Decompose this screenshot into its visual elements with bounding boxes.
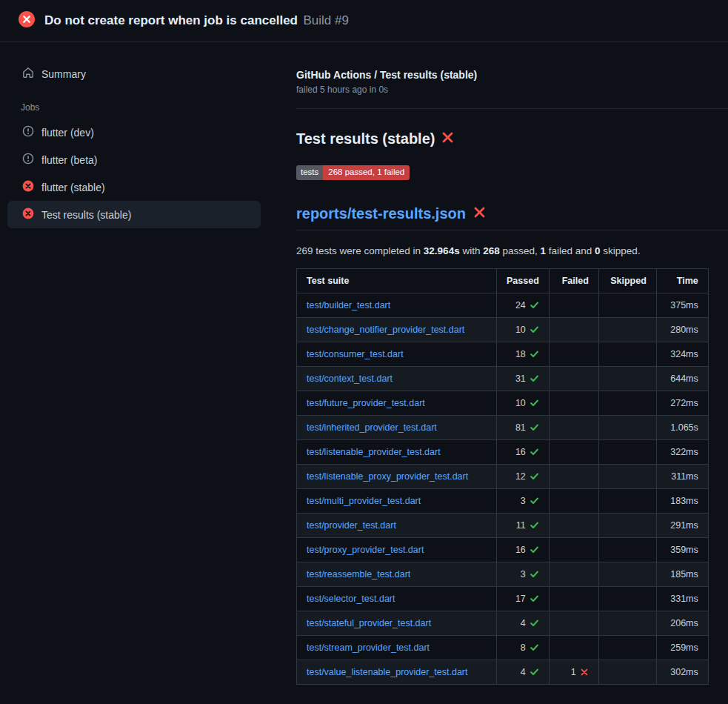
time-cell: 375ms <box>656 293 708 317</box>
failed-cell <box>549 635 598 660</box>
suite-link[interactable]: test/listenable_provider_test.dart <box>307 447 441 457</box>
check-icon <box>530 594 539 603</box>
sidebar-item-flutter-beta[interactable]: flutter (beta) <box>7 146 261 173</box>
check-icon <box>530 642 539 652</box>
suite-link[interactable]: test/inherited_provider_test.dart <box>307 422 437 433</box>
suite-link[interactable]: test/proxy_provider_test.dart <box>307 545 424 555</box>
suite-link[interactable]: test/value_listenable_provider_test.dart <box>307 667 468 677</box>
build-number: Build #9 <box>303 13 348 27</box>
sidebar-item-test-results-stable[interactable]: Test results (stable) <box>7 201 261 228</box>
skipped-cell <box>598 660 656 684</box>
passed-count: 18 <box>515 349 539 359</box>
passed-cell: 31 <box>497 366 550 391</box>
failed-cell <box>549 562 598 586</box>
sidebar-item-label: flutter (dev) <box>41 127 94 139</box>
passed-cell: 3 <box>497 488 550 513</box>
time-cell: 291ms <box>656 513 708 537</box>
failed-cell <box>549 391 598 415</box>
home-icon <box>22 67 34 81</box>
time-cell: 185ms <box>656 562 708 586</box>
results-table-head: Test suite Passed Failed Skipped Time <box>297 268 709 293</box>
skipped-cell <box>598 488 656 513</box>
header-row: Test suite Passed Failed Skipped Time <box>297 268 709 293</box>
table-row: test/proxy_provider_test.dart16359ms <box>297 537 709 562</box>
col-passed: Passed <box>497 268 550 293</box>
check-icon <box>530 569 539 579</box>
suite-cell: test/listenable_proxy_provider_test.dart <box>297 464 497 488</box>
passed-count: 4 <box>521 667 539 677</box>
summary-skipped: 0 <box>595 245 601 256</box>
col-failed: Failed <box>549 268 598 293</box>
sidebar-item-flutter-dev[interactable]: flutter (dev) <box>7 119 261 146</box>
failed-x-icon <box>473 205 486 222</box>
x-circle-fill-icon <box>22 207 34 222</box>
suite-cell: test/multi_provider_test.dart <box>297 488 497 513</box>
check-icon <box>530 447 539 456</box>
check-icon <box>530 520 539 530</box>
time-cell: 359ms <box>656 537 708 562</box>
sidebar-item-flutter-stable[interactable]: flutter (stable) <box>7 173 261 201</box>
passed-count: 10 <box>515 398 539 408</box>
check-icon <box>530 422 539 432</box>
passed-cell: 12 <box>497 464 550 488</box>
check-icon <box>530 349 539 359</box>
skipped-cell <box>598 439 656 464</box>
col-skipped: Skipped <box>598 268 656 293</box>
suite-link[interactable]: test/builder_test.dart <box>307 300 390 311</box>
failed-cell <box>549 415 598 439</box>
passed-cell: 17 <box>497 586 550 611</box>
suite-link[interactable]: test/stream_provider_test.dart <box>307 642 430 653</box>
suite-link[interactable]: test/stateful_provider_test.dart <box>307 618 431 628</box>
passed-cell: 18 <box>497 342 550 366</box>
report-title-row: reports/test-results.json <box>296 205 728 230</box>
passed-count: 3 <box>521 569 539 580</box>
failed-count: 1 <box>571 667 589 677</box>
divider <box>296 108 728 109</box>
time-cell: 302ms <box>656 660 708 684</box>
time-cell: 206ms <box>656 611 708 635</box>
suite-link[interactable]: test/reassemble_test.dart <box>307 569 410 580</box>
time-cell: 183ms <box>656 488 708 513</box>
badge-value: 268 passed, 1 failed <box>323 165 410 180</box>
failed-cell <box>549 293 598 317</box>
suite-link[interactable]: test/listenable_proxy_provider_test.dart <box>307 471 468 482</box>
suite-link[interactable]: test/multi_provider_test.dart <box>307 496 421 506</box>
table-row: test/listenable_proxy_provider_test.dart… <box>297 464 709 488</box>
skipped-cell <box>598 562 656 586</box>
page-title: Do not create report when job is cancell… <box>44 13 298 27</box>
x-circle-fill-icon <box>22 180 34 194</box>
report-link[interactable]: reports/test-results.json <box>296 205 466 222</box>
passed-cell: 16 <box>497 537 550 562</box>
sidebar: Summary Jobs flutter (dev) flut <box>0 42 281 704</box>
skipped-cell <box>598 342 656 366</box>
suite-link[interactable]: test/consumer_test.dart <box>307 349 404 359</box>
failed-cell <box>549 488 598 513</box>
suite-cell: test/selector_test.dart <box>297 586 497 611</box>
suite-link[interactable]: test/context_test.dart <box>307 373 393 384</box>
time-cell: 331ms <box>656 586 708 611</box>
skipped-cell <box>598 293 656 317</box>
skipped-cell <box>598 611 656 635</box>
section-title-row: Test results (stable) <box>296 130 728 147</box>
passed-cell: 8 <box>497 635 550 660</box>
skipped-cell <box>598 635 656 660</box>
suite-cell: test/consumer_test.dart <box>297 342 497 366</box>
table-row: test/context_test.dart31644ms <box>297 366 709 391</box>
breadcrumb: GitHub Actions / Test results (stable) <box>296 69 728 81</box>
suite-link[interactable]: test/change_notifier_provider_test.dart <box>307 325 464 335</box>
table-row: test/selector_test.dart17331ms <box>297 586 709 611</box>
passed-count: 12 <box>515 471 539 482</box>
suite-cell: test/stateful_provider_test.dart <box>297 611 497 635</box>
suite-link[interactable]: test/future_provider_test.dart <box>307 398 425 408</box>
sidebar-item-summary[interactable]: Summary <box>7 60 261 87</box>
suite-link[interactable]: test/provider_test.dart <box>307 520 396 531</box>
check-icon <box>530 373 539 383</box>
suite-link[interactable]: test/selector_test.dart <box>307 594 395 604</box>
badge-label: tests <box>296 165 323 180</box>
failed-cell <box>549 586 598 611</box>
failed-cell <box>549 439 598 464</box>
sidebar-item-label: Test results (stable) <box>41 209 131 221</box>
check-icon <box>530 545 539 554</box>
passed-count: 81 <box>515 422 539 433</box>
passed-cell: 4 <box>497 611 550 635</box>
